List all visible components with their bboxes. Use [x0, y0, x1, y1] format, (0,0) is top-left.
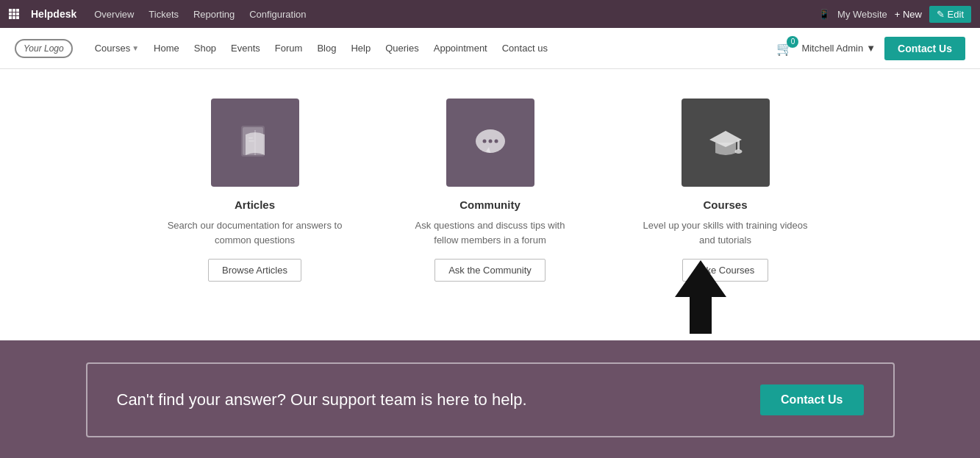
community-card: Community Ask questions and discuss tips… — [402, 99, 579, 282]
cta-section: Can't find your answer? Our support team… — [0, 340, 980, 458]
header-contact-us-button[interactable]: Contact Us — [884, 37, 965, 60]
ask-community-button[interactable]: Ask the Community — [434, 259, 546, 282]
app-title: Helpdesk — [31, 8, 76, 20]
my-website-link[interactable]: My Website — [837, 9, 887, 20]
nav-help[interactable]: Help — [343, 28, 378, 69]
nav-contact-us[interactable]: Contact us — [495, 28, 555, 69]
svg-rect-3 — [9, 12, 12, 15]
svg-rect-12 — [248, 140, 254, 142]
user-dropdown-arrow: ▼ — [866, 43, 876, 54]
cards-row: Articles Search our documentation for an… — [0, 84, 980, 296]
community-title: Community — [459, 198, 521, 211]
mobile-icon[interactable]: 📱 — [818, 9, 830, 20]
svg-rect-19 — [737, 140, 740, 150]
cart-icon[interactable]: 🛒 0 — [776, 40, 793, 57]
articles-title: Articles — [235, 198, 275, 211]
nav-courses[interactable]: Courses ▼ — [87, 28, 146, 69]
courses-icon-box — [682, 99, 770, 187]
chat-icon — [468, 121, 512, 165]
site-navbar: Your Logo Courses ▼ Home Shop Events For… — [0, 28, 980, 69]
admin-nav: Overview Tickets Reporting Configuration — [88, 8, 312, 20]
take-courses-button[interactable]: Take Courses — [682, 259, 768, 282]
articles-card: Articles Search our documentation for an… — [167, 99, 343, 282]
nav-appointment[interactable]: Appointment — [426, 28, 495, 69]
courses-title: Courses — [703, 198, 747, 211]
graduation-icon — [704, 121, 748, 165]
admin-nav-configuration[interactable]: Configuration — [243, 6, 312, 23]
courses-dropdown-arrow: ▼ — [132, 44, 139, 52]
svg-rect-8 — [16, 16, 19, 19]
site-nav-links: Courses ▼ Home Shop Events Forum Blog He… — [87, 28, 777, 69]
svg-rect-1 — [12, 9, 15, 12]
svg-rect-11 — [248, 137, 253, 139]
svg-rect-5 — [16, 12, 19, 15]
site-right-nav: 🛒 0 Mitchell Admin ▼ Contact Us — [776, 37, 965, 60]
admin-nav-overview[interactable]: Overview — [88, 6, 140, 23]
svg-rect-2 — [16, 9, 19, 12]
new-button[interactable]: + New — [895, 9, 922, 20]
nav-events[interactable]: Events — [223, 28, 268, 69]
nav-home[interactable]: Home — [146, 28, 187, 69]
cta-box: Can't find your answer? Our support team… — [86, 362, 895, 437]
nav-shop[interactable]: Shop — [187, 28, 223, 69]
admin-right-tools: 📱 My Website + New ✎ Edit — [818, 6, 971, 23]
svg-point-17 — [494, 140, 498, 143]
cta-contact-button[interactable]: Contact Us — [760, 384, 863, 415]
user-label: Mitchell Admin — [801, 43, 863, 54]
articles-icon-box — [211, 99, 299, 187]
nav-queries[interactable]: Queries — [378, 28, 426, 69]
community-icon-box — [446, 99, 534, 187]
main-content: Articles Search our documentation for an… — [0, 69, 980, 340]
book-icon — [235, 123, 275, 162]
cta-text: Can't find your answer? Our support team… — [117, 390, 527, 409]
articles-desc: Search our documentation for answers to … — [167, 218, 343, 247]
svg-rect-0 — [9, 9, 12, 12]
apps-grid-icon[interactable] — [9, 9, 19, 19]
svg-point-15 — [482, 140, 486, 143]
logo[interactable]: Your Logo — [15, 39, 73, 58]
admin-bar: Helpdesk Overview Tickets Reporting Conf… — [0, 0, 980, 28]
svg-rect-7 — [12, 16, 15, 19]
browse-articles-button[interactable]: Browse Articles — [208, 259, 301, 282]
admin-nav-reporting[interactable]: Reporting — [187, 6, 240, 23]
svg-rect-4 — [12, 12, 15, 15]
svg-rect-6 — [9, 16, 12, 19]
community-desc: Ask questions and discuss tips with fell… — [402, 218, 579, 247]
user-dropdown[interactable]: Mitchell Admin ▼ — [801, 43, 876, 54]
edit-button[interactable]: ✎ Edit — [929, 6, 971, 23]
svg-point-16 — [488, 140, 492, 143]
logo-text: Your Logo — [15, 39, 73, 58]
admin-nav-tickets[interactable]: Tickets — [143, 6, 185, 23]
nav-blog[interactable]: Blog — [310, 28, 343, 69]
courses-desc: Level up your skills with training video… — [637, 218, 814, 247]
cart-badge: 0 — [787, 36, 798, 48]
nav-forum[interactable]: Forum — [268, 28, 310, 69]
courses-card: Courses Level up your skills with traini… — [637, 99, 814, 282]
